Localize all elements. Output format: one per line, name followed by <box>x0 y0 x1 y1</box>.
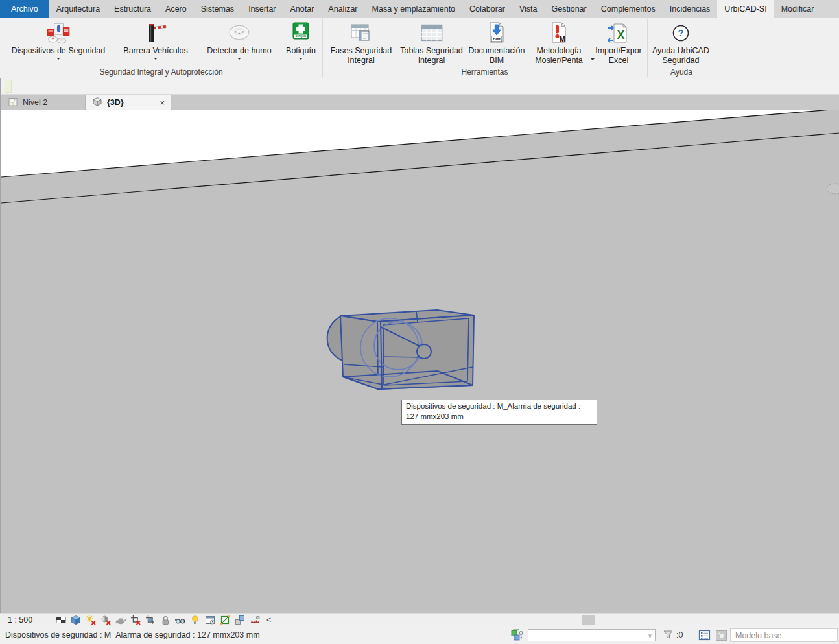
svg-text:BIM: BIM <box>493 36 500 41</box>
dropdown-arrow-icon[interactable] <box>299 58 303 62</box>
menu-tab-insertar[interactable]: Insertar <box>241 0 283 18</box>
menu-tab-sistemas[interactable]: Sistemas <box>194 0 241 18</box>
ribbon-tab-bar: Archivo Arquitectura Estructura Acero Si… <box>0 0 839 18</box>
vehicle-barrier-icon <box>117 21 195 45</box>
menu-tab-masa-emplazamiento[interactable]: Masa y emplazamiento <box>365 0 463 18</box>
worksets-icon[interactable] <box>510 629 523 644</box>
menu-tab-gestionar[interactable]: Gestionar <box>545 0 594 18</box>
reveal-hidden-elements-icon[interactable] <box>190 615 200 625</box>
button-label: Detector de humo <box>201 46 278 56</box>
security-devices-icon <box>5 21 112 45</box>
chevron-down-icon: ∨ <box>648 632 652 639</box>
menu-tab-incidencias[interactable]: Incidencias <box>663 0 718 18</box>
detail-level-icon[interactable] <box>56 615 66 625</box>
temporary-view-properties-icon[interactable] <box>205 615 215 625</box>
menu-tab-archivo[interactable]: Archivo <box>0 0 49 18</box>
svg-text:M: M <box>560 36 565 43</box>
menu-tab-complementos[interactable]: Complementos <box>594 0 663 18</box>
filter-count: :0 <box>676 630 683 639</box>
svg-text:?: ? <box>678 28 684 38</box>
collapse-bar-icon[interactable]: < <box>266 615 271 625</box>
ribbon: Dispositivos de Seguridad Barrera Veh <box>0 18 839 78</box>
button-label: Metodología Mosler/Penta <box>529 46 589 65</box>
show-crop-region-icon[interactable] <box>145 615 156 625</box>
sun-path-icon[interactable] <box>86 615 96 625</box>
tables-icon <box>398 21 465 45</box>
button-label: Import/Expor Excel <box>591 46 646 65</box>
status-message: Dispositivos de seguridad : M_Alarma de … <box>5 630 260 639</box>
revit-window: Archivo Arquitectura Estructura Acero Si… <box>0 0 839 644</box>
bim-document-icon: BIM <box>466 21 527 45</box>
properties-hint-block <box>5 80 12 93</box>
view-tab-nivel-2[interactable]: Nivel 2 <box>1 95 86 110</box>
crop-view-icon[interactable] <box>130 615 141 625</box>
svg-text:BOTIQUÍN: BOTIQUÍN <box>296 34 307 38</box>
alarm-cone-edge-bottom <box>383 357 421 357</box>
alarm-horn-mouth <box>417 344 431 359</box>
menu-tab-vista[interactable]: Vista <box>512 0 545 18</box>
button-label: Documentación BIM <box>466 46 527 65</box>
design-option-select[interactable]: Modelo base <box>730 628 838 642</box>
button-label: Botiquín <box>281 46 320 56</box>
button-label: Fases Seguridad Integral <box>325 46 397 65</box>
temporary-hide-isolate-icon[interactable] <box>175 615 185 625</box>
menu-tab-anotar[interactable]: Anotar <box>283 0 322 18</box>
excel-transfer-icon: X <box>591 21 646 45</box>
panel-separator <box>716 19 716 77</box>
menu-tab-analizar[interactable]: Analizar <box>321 0 364 18</box>
displacement-sets-icon[interactable] <box>235 615 245 625</box>
3d-viewport[interactable]: Dispositivos de seguridad : M_Alarma de … <box>0 110 839 613</box>
analytical-model-icon[interactable] <box>220 615 230 625</box>
editable-only-icon[interactable] <box>698 629 711 644</box>
horizontal-scrollbar-thumb[interactable] <box>582 615 595 625</box>
menu-tab-acero[interactable]: Acero <box>158 0 194 18</box>
button-label: Ayuda UrbiCAD Seguridad <box>650 46 712 65</box>
view-control-bar: 1 : 500 < <box>0 613 839 626</box>
panel-caption-seguridad: Seguridad Integral y Autoprotección <box>0 67 322 77</box>
dropdown-arrow-icon[interactable] <box>237 58 241 62</box>
3d-view-icon <box>92 97 102 109</box>
visual-style-icon[interactable] <box>71 615 81 625</box>
element-tooltip: Dispositivos de seguridad : M_Alarma de … <box>401 400 597 425</box>
select-toggle-icon[interactable] <box>715 629 728 644</box>
options-strip <box>0 78 839 95</box>
view-tab-3d[interactable]: {3D} × <box>86 95 171 110</box>
phases-table-icon <box>325 21 397 45</box>
close-tab-icon[interactable]: × <box>160 99 165 107</box>
button-label: Tablas Seguridad Integral <box>398 46 465 65</box>
dropdown-arrow-icon[interactable] <box>154 58 158 62</box>
shadows-icon[interactable] <box>100 615 111 625</box>
smoke-detector-icon <box>201 21 278 45</box>
panel-caption-ayuda: Ayuda <box>647 67 716 77</box>
mosler-document-icon: M <box>529 21 589 45</box>
menu-tab-arquitectura[interactable]: Arquitectura <box>49 0 107 18</box>
dropdown-arrow-icon[interactable] <box>56 58 60 62</box>
button-label: Dispositivos de Seguridad <box>5 46 112 56</box>
menu-tab-estructura[interactable]: Estructura <box>107 0 158 18</box>
lock-3d-view-icon[interactable] <box>160 615 171 625</box>
alarm-model[interactable] <box>327 310 474 389</box>
view-tab-label: Nivel 2 <box>23 98 47 107</box>
reveal-constraints-icon[interactable] <box>250 615 260 625</box>
3d-viewport-canvas[interactable] <box>1 110 839 613</box>
filter-icon[interactable] <box>663 629 674 643</box>
design-option-value: Modelo base <box>735 631 782 640</box>
button-label: Barrera Vehículos <box>117 46 195 56</box>
plan-view-icon <box>8 97 18 109</box>
view-tab-bar: Nivel 2 {3D} × <box>0 95 839 110</box>
view-tab-label: {3D} <box>107 98 124 107</box>
status-bar: Dispositivos de seguridad : M_Alarma de … <box>0 626 839 644</box>
menu-tab-urbicad-si[interactable]: UrbiCAD-SI <box>717 0 774 18</box>
help-icon: ? <box>650 21 712 45</box>
view-scale-control[interactable]: 1 : 500 <box>8 615 32 625</box>
panel-caption-herramientas: Herramientas <box>322 67 647 77</box>
menu-tab-colaborar[interactable]: Colaborar <box>462 0 512 18</box>
menu-tab-modificar[interactable]: Modificar <box>774 0 821 18</box>
first-aid-kit-icon: BOTIQUÍN <box>281 21 320 45</box>
rendering-dialog-icon[interactable] <box>115 615 126 625</box>
workset-select[interactable]: ∨ <box>528 629 656 641</box>
svg-text:X: X <box>617 29 624 42</box>
